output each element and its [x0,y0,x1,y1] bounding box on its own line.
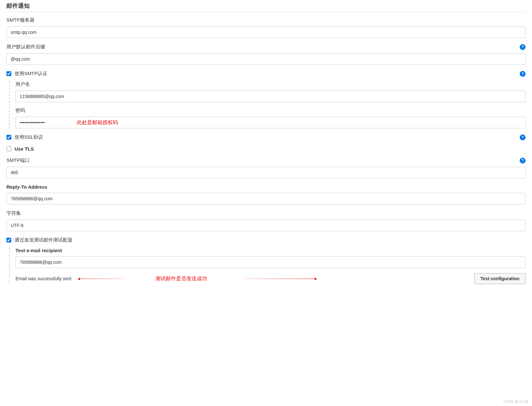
username-input[interactable] [15,91,526,102]
field-use-ssl: 使用SSL协议 ? [6,134,526,140]
help-icon[interactable]: ? [520,158,526,163]
test-config-label: 通过发送测试邮件测试配置 [15,237,73,243]
field-default-suffix: 用户默认邮件后缀 ? [6,44,526,65]
smtp-server-label: SMTP服务器 [6,17,34,23]
charset-label: 字符集 [6,210,21,216]
smtp-auth-label: 使用SMTP认证 [15,71,47,77]
test-config-nested: Test e-mail recipient Email was successf… [9,248,526,284]
test-status-text: Email was successfully sent [15,276,72,281]
charset-input[interactable] [6,220,526,231]
field-use-tls: Use TLS [6,146,526,152]
help-icon[interactable]: ? [520,44,526,50]
arrow-right-icon [246,279,317,279]
reply-to-label: Reply-To Address [6,184,47,190]
test-result-row: Email was successfully sent 测试邮件是否发送成功 T… [15,273,526,284]
use-ssl-label: 使用SSL协议 [15,134,43,140]
use-tls-label: Use TLS [15,146,34,152]
field-test-config: 通过发送测试邮件测试配置 Test e-mail recipient Email… [6,237,526,284]
field-smtp-port: SMTP端口 ? [6,157,526,178]
default-suffix-input[interactable] [6,53,526,65]
section-title: 邮件通知 [6,0,526,12]
test-annotation: 测试邮件是否发送成功 [155,275,207,282]
smtp-auth-checkbox[interactable] [6,71,11,76]
default-suffix-label: 用户默认邮件后缀 [6,44,45,50]
test-configuration-button[interactable]: Test configuration [474,273,526,284]
reply-to-input[interactable] [6,193,526,204]
use-ssl-checkbox[interactable] [6,135,11,140]
test-recipient-label: Test e-mail recipient [15,248,526,253]
smtp-server-input[interactable] [6,26,526,38]
field-charset: 字符集 [6,210,526,231]
password-label: 密码 [15,107,526,114]
help-icon[interactable]: ? [520,71,526,77]
username-label: 用户名 [15,81,526,87]
field-smtp-auth: 使用SMTP认证 ? 用户名 密码 此处是邮箱授权码 [6,71,526,128]
field-reply-to: Reply-To Address [6,184,526,204]
test-config-checkbox[interactable] [6,238,11,243]
test-recipient-input[interactable] [15,256,526,268]
help-icon[interactable]: ? [520,134,526,140]
arrow-left-icon [78,279,123,279]
smtp-port-label: SMTP端口 [6,157,30,163]
smtp-port-input[interactable] [6,167,526,178]
smtp-auth-nested: 用户名 密码 此处是邮箱授权码 [9,81,526,128]
field-smtp-server: SMTP服务器 [6,17,526,38]
use-tls-checkbox[interactable] [6,146,11,151]
password-input[interactable] [15,117,526,128]
